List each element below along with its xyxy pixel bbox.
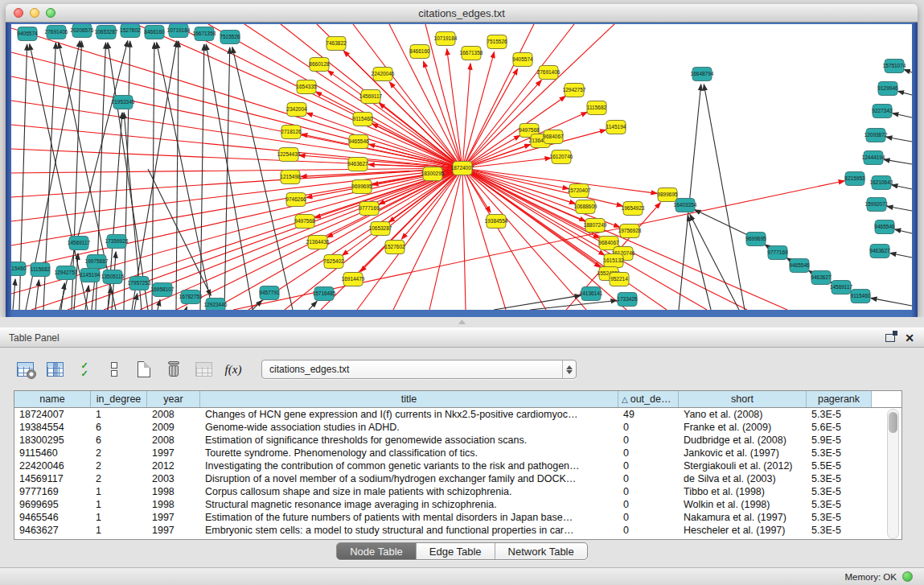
table-cell[interactable]: 5.3E-5	[807, 524, 872, 537]
graph-node-yellow[interactable]: 9699695	[351, 180, 372, 194]
citation-edge-black[interactable]	[61, 283, 64, 310]
delete-table-button[interactable]	[162, 358, 185, 381]
graph-node-teal[interactable]: 16210643	[870, 176, 893, 190]
select-columns-button[interactable]: ✓✓	[73, 358, 96, 381]
table-cell[interactable]: 18300295	[14, 434, 91, 447]
graph-node-yellow[interactable]: 1145194	[606, 121, 626, 134]
graph-node-yellow[interactable]: 19654923	[622, 202, 645, 216]
graph-node-teal[interactable]: 16648794	[691, 68, 714, 81]
graph-node-yellow[interactable]: 9899695	[657, 188, 678, 202]
splitter-grip-icon[interactable]	[458, 319, 466, 324]
graph-node-teal[interactable]: 15992071	[865, 198, 889, 212]
citation-edge-black[interactable]	[134, 294, 138, 310]
table-cell[interactable]: 2003	[147, 472, 200, 485]
table-cell[interactable]: Stergiakouli et al. (2012)	[679, 459, 807, 472]
table-cell[interactable]: Tourette syndrome. Phenomenology and cla…	[200, 447, 618, 459]
table-cell[interactable]: Corpus callosum shape and size in male p…	[200, 485, 618, 498]
table-cell[interactable]: Franke et al. (2009)	[679, 421, 807, 434]
graph-node-yellow[interactable]: 2342004	[286, 103, 307, 117]
table-cell[interactable]: 5.3E-5	[807, 447, 872, 459]
graph-node-teal[interactable]: 9699695	[745, 233, 766, 246]
graph-node-yellow[interactable]: 1527602	[384, 241, 405, 254]
table-cell[interactable]: 0	[618, 485, 679, 498]
graph-node-yellow[interactable]: 18724007	[451, 162, 474, 175]
citation-edge-black[interactable]	[898, 91, 912, 95]
table-cell[interactable]: 1998	[147, 498, 200, 511]
table-cell[interactable]: 0	[618, 459, 679, 472]
graph-node-teal[interactable]: 17957253	[128, 277, 151, 290]
graph-node-teal[interactable]: 1733426	[617, 293, 638, 307]
table-cell[interactable]: 0	[618, 472, 679, 485]
table-cell[interactable]: 19384554	[14, 421, 91, 434]
table-cell[interactable]: 1	[91, 408, 147, 421]
citation-edge-red[interactable]	[429, 168, 462, 310]
graph-node-teal[interactable]: 9465546	[789, 259, 810, 273]
graph-node-teal[interactable]: 14136141	[580, 287, 603, 301]
graph-node-teal[interactable]: 7515526	[220, 31, 240, 44]
graph-node-yellow[interactable]: 7463822	[326, 37, 347, 51]
graph-node-teal[interactable]: 16782753	[179, 290, 203, 304]
citation-edge-black[interactable]	[886, 137, 912, 142]
graph-node-teal[interactable]: 1145194	[80, 269, 101, 282]
table-cell[interactable]: 6	[91, 421, 147, 434]
table-cell[interactable]: 5.3E-5	[807, 472, 872, 485]
graph-node-yellow[interactable]: 9465546	[348, 135, 369, 149]
table-cell[interactable]: Investigating the contribution of common…	[200, 459, 618, 472]
graph-node-teal[interactable]: 16671358	[193, 27, 216, 41]
table-cell[interactable]: 9699695	[14, 498, 91, 511]
graph-node-yellow[interactable]: 9777169	[359, 202, 380, 216]
function-builder-button[interactable]: f(x)	[222, 358, 244, 381]
graph-node-yellow[interactable]: 9746266	[285, 193, 306, 207]
table-cell[interactable]: 2012	[147, 459, 200, 472]
citation-edge-red[interactable]	[316, 92, 462, 168]
table-cell[interactable]: Jankovic et al. (1997)	[679, 447, 807, 459]
graph-node-teal[interactable]: 12093872	[864, 129, 888, 142]
table-cell[interactable]: Yano et al. (2008)	[679, 408, 807, 421]
graph-node-yellow[interactable]: 952214	[610, 273, 629, 286]
panel-splitter[interactable]	[0, 317, 924, 328]
table-row[interactable]: 911546021997Tourette syndrome. Phenomeno…	[14, 447, 901, 459]
graph-node-teal[interactable]: 9463627	[869, 245, 890, 258]
citation-edge-black[interactable]	[679, 84, 701, 310]
graph-node-teal[interactable]: 9405574	[17, 27, 38, 41]
table-cell[interactable]: 5.3E-5	[807, 408, 872, 421]
graph-node-yellow[interactable]: 22420046	[372, 68, 395, 81]
citation-edge-black[interactable]	[871, 298, 912, 306]
table-cell[interactable]: Estimation of significance thresholds fo…	[200, 434, 618, 447]
col-header-year[interactable]: year	[147, 391, 200, 407]
citation-edge-red[interactable]	[462, 68, 518, 168]
graph-node-teal[interactable]: 9227343	[872, 105, 893, 118]
graph-node-teal[interactable]: 9463627	[811, 271, 832, 285]
table-cell[interactable]: Structural magnetic resonance image aver…	[200, 498, 618, 511]
table-cell[interactable]: 2	[91, 459, 147, 472]
citation-edge-black[interactable]	[186, 307, 187, 310]
table-cell[interactable]: 2009	[147, 421, 200, 434]
tab-network-table[interactable]: Network Table	[495, 543, 587, 559]
graph-node-teal[interactable]: 9777169	[767, 246, 788, 260]
graph-node-yellow[interactable]: 15720407	[568, 184, 591, 198]
table-cell[interactable]: 5.3E-5	[807, 498, 872, 511]
graph-node-teal[interactable]: 1527602	[120, 24, 141, 38]
graph-node-teal[interactable]: 12923446	[204, 299, 228, 311]
graph-node-yellow[interactable]: 9497568	[294, 215, 315, 229]
graph-node-yellow[interactable]: 18807249	[584, 219, 607, 233]
table-cell[interactable]: Dudbridge et al. (2008)	[679, 434, 807, 447]
table-settings-button[interactable]	[14, 358, 36, 381]
graph-node-teal[interactable]: 1115682	[31, 263, 51, 277]
graph-node-yellow[interactable]: 8660128	[309, 58, 330, 72]
citation-edge-black[interactable]	[890, 253, 912, 257]
graph-node-yellow[interactable]: 9463627	[347, 158, 368, 171]
table-cell[interactable]: 0	[618, 421, 679, 434]
table-cell[interactable]: Genome-wide association studies in ADHD.	[200, 421, 618, 434]
table-cell[interactable]: 0	[618, 511, 679, 524]
citation-edge-black[interactable]	[309, 301, 317, 310]
table-cell[interactable]: 5.5E-5	[807, 459, 872, 472]
citation-edge-red[interactable]	[343, 51, 462, 168]
float-panel-icon[interactable]	[885, 334, 895, 342]
table-cell[interactable]: 0	[618, 498, 679, 511]
network-window-titlebar[interactable]: citations_edges.txt	[6, 4, 918, 23]
graph-node-yellow[interactable]: 10653287	[369, 222, 392, 236]
graph-node-teal[interactable]: 12942757	[55, 266, 78, 280]
table-cell[interactable]: 9465546	[14, 511, 91, 524]
graph-node-yellow[interactable]: 9684067	[543, 130, 564, 144]
